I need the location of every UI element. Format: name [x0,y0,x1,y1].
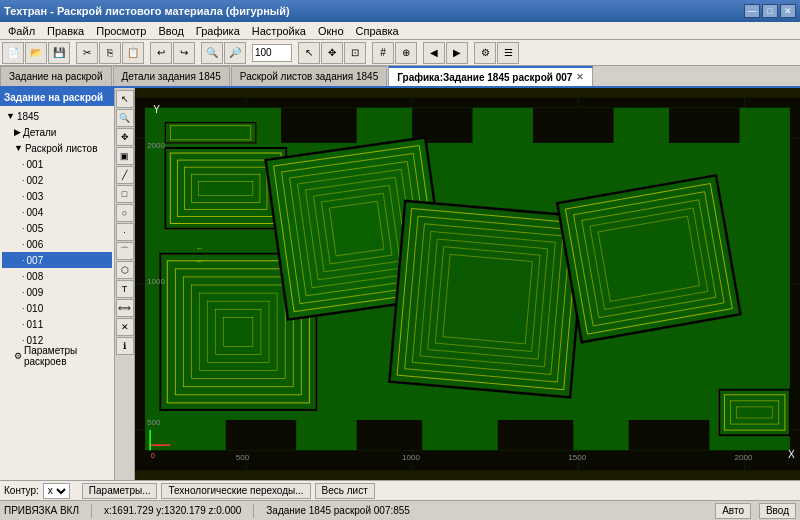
status-divider-2 [253,504,254,518]
svg-rect-44 [389,201,585,397]
open-button[interactable]: 📂 [25,42,47,64]
menu-bar: Файл Правка Просмотр Ввод Графика Настро… [0,22,800,40]
tree-item-1845[interactable]: ▼ 1845 [2,108,112,124]
status-bar: ПРИВЯЗКА ВКЛ x:1691.729 y:1320.179 z:0.0… [0,500,800,520]
tree-item-008[interactable]: · 008 [2,268,112,284]
tree-item-002[interactable]: · 002 [2,172,112,188]
auto-button[interactable]: Авто [715,503,751,519]
tree-item-004[interactable]: · 004 [2,204,112,220]
tree-file-icon: · [22,271,25,281]
zoom-out-button[interactable]: 🔎 [224,42,246,64]
tree-item-label: Параметры раскроев [24,345,112,367]
cut-button[interactable]: ✂ [76,42,98,64]
main-area: Задание на раскрой ▼ 1845 ▶ Детали ▼ Рас… [0,88,800,480]
tab-assignment[interactable]: Задание на раскрой [0,66,112,86]
side-zoom-button[interactable]: 🔍 [116,109,134,127]
side-poly-button[interactable]: ⬡ [116,261,134,279]
binding-label: ПРИВЯЗКА ВКЛ [4,505,79,516]
new-button[interactable]: 📄 [2,42,24,64]
list-button[interactable]: ☰ [497,42,519,64]
tree-item-011[interactable]: · 011 [2,316,112,332]
select-button[interactable]: ↖ [298,42,320,64]
zoom-in-button[interactable]: 🔍 [201,42,223,64]
side-line-button[interactable]: ╱ [116,166,134,184]
menu-settings[interactable]: Настройка [246,24,312,38]
side-circle-button[interactable]: ○ [116,204,134,222]
canvas-area[interactable]: Y X 2000 1000 500 500 1000 1500 2000 0 ←… [135,88,800,480]
menu-edit[interactable]: Правка [41,24,90,38]
tree-item-005[interactable]: · 005 [2,220,112,236]
settings-button[interactable]: ⚙ [474,42,496,64]
svg-text:Y: Y [153,104,160,115]
tab-graphics[interactable]: Графика:Задание 1845 раскрой 007 ✕ [388,66,593,86]
svg-text:1000: 1000 [402,453,420,462]
tree-collapse-icon: ▶ [14,127,21,137]
title-bar: Техтран - Раскрой листового материала (ф… [0,0,800,22]
coords-label: x:1691.729 y:1320.179 z:0.000 [104,505,241,516]
tree-item-label: 004 [27,207,44,218]
close-button[interactable]: ✕ [780,4,796,18]
tree-item-params[interactable]: ⚙ Параметры раскроев [2,348,112,364]
zoom-input[interactable] [252,44,292,62]
menu-help[interactable]: Справка [350,24,405,38]
menu-window[interactable]: Окно [312,24,350,38]
side-properties-button[interactable]: ℹ [116,337,134,355]
maximize-button[interactable]: □ [762,4,778,18]
tree-file-icon: · [22,223,25,233]
fit-button[interactable]: ⊡ [344,42,366,64]
tab-sheets[interactable]: Раскрой листов задания 1845 [231,66,387,86]
side-point-button[interactable]: · [116,223,134,241]
redo-button[interactable]: ↪ [173,42,195,64]
menu-input[interactable]: Ввод [152,24,189,38]
transitions-button[interactable]: Технологические переходы... [161,483,310,499]
svg-text:←: ← [195,244,203,253]
contour-select[interactable]: x [43,483,70,499]
menu-view[interactable]: Просмотр [90,24,152,38]
grid-button[interactable]: # [372,42,394,64]
tree-item-009[interactable]: · 009 [2,284,112,300]
tree-item-010[interactable]: · 010 [2,300,112,316]
left-panel: Задание на раскрой ▼ 1845 ▶ Детали ▼ Рас… [0,88,115,480]
tree-item-label: 007 [27,255,44,266]
snap-button[interactable]: ⊕ [395,42,417,64]
tree-item-003[interactable]: · 003 [2,188,112,204]
title-bar-buttons: — □ ✕ [744,4,796,18]
side-delete-button[interactable]: ✕ [116,318,134,336]
paste-button[interactable]: 📋 [122,42,144,64]
undo-button[interactable]: ↩ [150,42,172,64]
tree-item-001[interactable]: · 001 [2,156,112,172]
tree-item-sheets[interactable]: ▼ Раскрой листов [2,140,112,156]
params-button[interactable]: Параметры... [82,483,158,499]
tree-item-007[interactable]: · 007 [2,252,112,268]
menu-file[interactable]: Файл [2,24,41,38]
tree-item-006[interactable]: · 006 [2,236,112,252]
side-select-button[interactable]: ▣ [116,147,134,165]
save-button[interactable]: 💾 [48,42,70,64]
coords-section: x:1691.729 y:1320.179 z:0.000 [104,505,241,516]
minimize-button[interactable]: — [744,4,760,18]
pan-button[interactable]: ✥ [321,42,343,64]
side-measure-button[interactable]: ⟺ [116,299,134,317]
full-sheet-button[interactable]: Весь лист [315,483,375,499]
side-text-button[interactable]: T [116,280,134,298]
next-button[interactable]: ▶ [446,42,468,64]
tab-details[interactable]: Детали задания 1845 [113,66,230,86]
tab-close-icon[interactable]: ✕ [576,72,584,82]
tree-item-details[interactable]: ▶ Детали [2,124,112,140]
tab-graphics-label: Графика:Задание 1845 раскрой 007 [397,72,572,83]
tree-file-icon: · [22,287,25,297]
bottom-toolbar: Контур: x Параметры... Технологические п… [0,480,800,500]
copy-button[interactable]: ⎘ [99,42,121,64]
tree-expand-icon: ▼ [14,143,23,153]
tree-file-icon: · [22,159,25,169]
menu-graphics[interactable]: Графика [190,24,246,38]
binding-section: ПРИВЯЗКА ВКЛ [4,505,79,516]
svg-text:2000: 2000 [147,141,165,150]
side-rect-button[interactable]: □ [116,185,134,203]
side-arc-button[interactable]: ⌒ [116,242,134,260]
enter-button[interactable]: Ввод [759,503,796,519]
contour-label: Контур: [4,485,39,496]
prev-button[interactable]: ◀ [423,42,445,64]
side-pan-button[interactable]: ✥ [116,128,134,146]
side-cursor-button[interactable]: ↖ [116,90,134,108]
